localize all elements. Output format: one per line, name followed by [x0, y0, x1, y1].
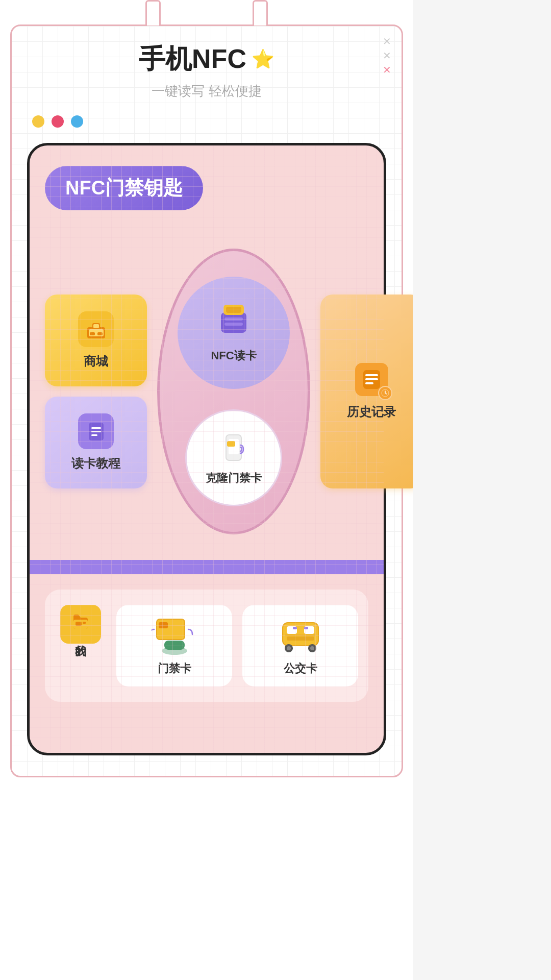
- app-subtitle: 一键读写 轻松便捷: [27, 82, 386, 100]
- clone-card-icon: [216, 430, 252, 465]
- close-icons: ✕ ✕ ✕: [383, 36, 391, 75]
- phone-mockup: NFC门禁钥匙: [27, 143, 386, 755]
- close-icon-1[interactable]: ✕: [383, 36, 391, 46]
- shop-icon: [85, 318, 108, 341]
- svg-rect-7: [91, 427, 101, 429]
- notebook-tabs: [0, 0, 413, 24]
- bottom-grid: 我的: [55, 605, 358, 687]
- tutorial-button[interactable]: 读卡教程: [45, 397, 147, 488]
- svg-rect-20: [365, 378, 378, 380]
- title-text: 手机NFC: [139, 41, 246, 77]
- bottom-section: 我的: [45, 590, 368, 702]
- main-card: ✕ ✕ ✕ 手机NFC ⭐ 一键读写 轻松便捷 NFC门禁钥匙: [10, 24, 403, 777]
- svg-rect-29: [159, 622, 168, 628]
- history-label: 历史记录: [347, 404, 396, 420]
- dot-red: [52, 115, 64, 128]
- page-root: ✕ ✕ ✕ 手机NFC ⭐ 一键读写 轻松便捷 NFC门禁钥匙: [0, 0, 413, 980]
- shop-icon-box: [78, 311, 114, 347]
- nfc-badge-text: NFC门禁钥匙: [65, 177, 183, 199]
- svg-rect-9: [91, 434, 97, 436]
- svg-rect-4: [90, 332, 95, 335]
- nfc-badge: NFC门禁钥匙: [45, 166, 203, 210]
- svg-rect-12: [226, 307, 241, 313]
- right-col: 历史记录: [320, 249, 413, 534]
- svg-point-39: [310, 646, 314, 650]
- svg-rect-3: [93, 324, 99, 328]
- close-icon-3[interactable]: ✕: [383, 65, 391, 75]
- nfc-read-button[interactable]: NFC读卡: [178, 277, 290, 389]
- bus-card-label: 公交卡: [284, 661, 317, 676]
- purple-divider: [30, 560, 384, 574]
- history-icon: [360, 368, 383, 391]
- svg-rect-13: [224, 317, 243, 321]
- close-icon-2[interactable]: ✕: [383, 51, 391, 61]
- svg-rect-41: [293, 627, 297, 629]
- access-card-button[interactable]: 门禁卡: [116, 605, 232, 687]
- clone-card-button[interactable]: 克隆门禁卡: [185, 409, 282, 506]
- bus-card-button[interactable]: 公交卡: [242, 605, 358, 687]
- history-icon-box: [355, 363, 388, 396]
- svg-rect-19: [365, 374, 378, 376]
- tab-left: [145, 0, 161, 26]
- svg-rect-21: [365, 382, 373, 384]
- svg-point-37: [287, 646, 291, 650]
- history-badge: [378, 386, 392, 400]
- left-col: 商城 读卡教程: [45, 295, 147, 488]
- svg-rect-14: [224, 323, 243, 326]
- my-label-col: 我的: [55, 605, 106, 644]
- center-oval: NFC读卡 克隆: [157, 249, 310, 534]
- tab-right: [253, 0, 268, 26]
- svg-rect-40: [285, 634, 316, 636]
- my-yellow-strip[interactable]: 我的: [60, 605, 101, 644]
- dot-row: [27, 115, 386, 128]
- svg-rect-26: [76, 622, 82, 626]
- main-grid: 商城 读卡教程: [45, 249, 368, 545]
- svg-rect-5: [97, 332, 103, 335]
- star-decoration: ⭐: [252, 48, 274, 70]
- svg-rect-35: [287, 636, 314, 641]
- shop-label: 商城: [84, 353, 108, 370]
- svg-rect-31: [164, 641, 185, 650]
- nfc-read-label: NFC读卡: [211, 348, 256, 363]
- svg-rect-8: [91, 431, 101, 432]
- access-card-icon: [152, 615, 197, 656]
- dot-blue: [71, 115, 83, 128]
- svg-rect-32: [283, 623, 318, 646]
- svg-rect-17: [227, 441, 235, 447]
- svg-rect-42: [304, 627, 308, 629]
- tutorial-icon-box: [78, 413, 114, 449]
- folder-icon: [71, 612, 90, 631]
- clone-card-label: 克隆门禁卡: [206, 471, 262, 486]
- history-button[interactable]: 历史记录: [320, 295, 413, 488]
- tutorial-label: 读卡教程: [71, 455, 120, 472]
- tutorial-icon: [85, 420, 108, 443]
- shop-button[interactable]: 商城: [45, 295, 147, 386]
- nfc-badge-wrapper: NFC门禁钥匙: [45, 166, 368, 231]
- bus-card-icon: [278, 615, 323, 656]
- svg-rect-27: [83, 622, 86, 624]
- access-card-label: 门禁卡: [158, 661, 191, 676]
- dot-yellow: [32, 115, 44, 128]
- nfc-reader-icon: [213, 302, 254, 343]
- app-title: 手机NFC ⭐: [27, 41, 386, 77]
